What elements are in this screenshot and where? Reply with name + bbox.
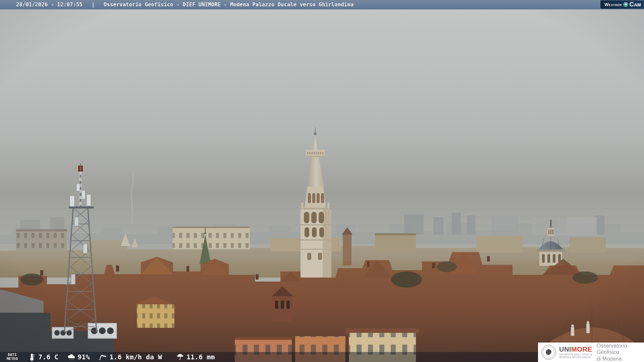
weathercam-logo: Weather Cam: [600, 0, 644, 9]
unimore-sub-line2: MODENA E REGGIO EMILIA: [559, 356, 592, 359]
webcam-frame: 28/01/2026 - 12:07:55 | Osservatorio Geo…: [0, 0, 644, 362]
rain-readout: 11.6 mm: [176, 353, 215, 361]
humidity-cloud-icon: [67, 353, 75, 361]
wind-value: 1.6 km/h da W: [109, 353, 162, 361]
camera-lens-icon: [623, 2, 628, 7]
umbrella-icon: [176, 353, 184, 361]
unimore-branding: UNIMORE UNIVERSITÀ DEGLI STUDI DI MODENA…: [538, 343, 644, 362]
thermometer-icon: [28, 353, 36, 361]
rain-value: 11.6 mm: [186, 353, 215, 361]
page-title: Osservatorio Geofisico - DIEF UNIMORE - …: [104, 2, 354, 8]
unimore-seal-icon: [541, 345, 556, 360]
separator: |: [92, 2, 95, 8]
weathercam-logo-cam: Cam: [630, 1, 641, 8]
wind-readout: 1.6 km/h da W: [99, 353, 162, 361]
temperature-value: 7.6 C: [38, 353, 58, 361]
observatory-name: Osservatorio Geofisico di Modena: [597, 343, 644, 362]
observatory-name-line1: Osservatorio Geofisico: [597, 343, 644, 356]
unimore-sub-line1: UNIVERSITÀ DEGLI STUDI DI: [559, 353, 592, 356]
unimore-uni: UNI: [559, 346, 571, 353]
unimore-more: MORE: [571, 346, 592, 353]
humidity-value: 91%: [77, 353, 90, 361]
city-panorama-photo: [0, 9, 644, 362]
humidity-readout: 91%: [67, 353, 90, 361]
windsock-icon: [99, 353, 107, 361]
header-bar: 28/01/2026 - 12:07:55 | Osservatorio Geo…: [0, 0, 644, 9]
vignette: [0, 9, 644, 362]
timestamp: 28/01/2026 - 12:07:55: [16, 2, 83, 8]
weathercam-logo-weather: Weather: [604, 2, 622, 7]
temperature-readout: 7.6 C: [28, 353, 58, 361]
unimore-wordmark: UNIMORE UNIVERSITÀ DEGLI STUDI DI MODENA…: [559, 346, 592, 359]
weather-data-label-line2: METEO: [7, 357, 18, 361]
observatory-name-line2: di Modena: [597, 356, 644, 362]
weather-data-label: DATI METEO: [7, 353, 18, 361]
